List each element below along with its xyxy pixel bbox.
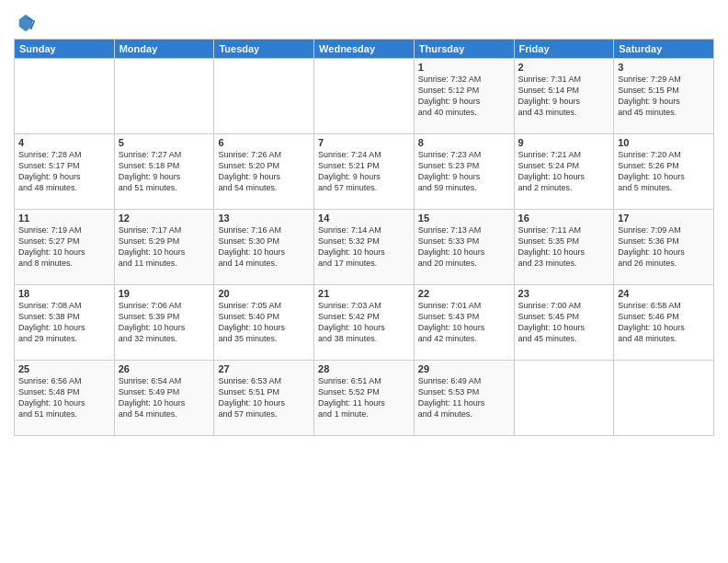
- day-info: Sunrise: 7:23 AM Sunset: 5:23 PM Dayligh…: [418, 149, 510, 194]
- calendar-row: 18Sunrise: 7:08 AM Sunset: 5:38 PM Dayli…: [15, 285, 714, 361]
- day-number: 10: [618, 137, 710, 148]
- calendar-row: 1Sunrise: 7:32 AM Sunset: 5:12 PM Daylig…: [15, 59, 714, 134]
- calendar-cell: 9Sunrise: 7:21 AM Sunset: 5:24 PM Daylig…: [514, 134, 614, 210]
- calendar-cell: 16Sunrise: 7:11 AM Sunset: 5:35 PM Dayli…: [514, 210, 614, 285]
- calendar-cell: 14Sunrise: 7:14 AM Sunset: 5:32 PM Dayli…: [314, 210, 415, 285]
- calendar-cell: 19Sunrise: 7:06 AM Sunset: 5:39 PM Dayli…: [114, 285, 214, 361]
- day-number: 8: [418, 137, 510, 148]
- day-info: Sunrise: 7:24 AM Sunset: 5:21 PM Dayligh…: [318, 149, 410, 194]
- day-number: 21: [318, 288, 410, 299]
- calendar-cell: 5Sunrise: 7:27 AM Sunset: 5:18 PM Daylig…: [114, 134, 214, 210]
- calendar-cell: 27Sunrise: 6:53 AM Sunset: 5:51 PM Dayli…: [214, 361, 314, 436]
- calendar-cell: [514, 361, 614, 436]
- day-number: 4: [18, 137, 110, 148]
- calendar-cell: 10Sunrise: 7:20 AM Sunset: 5:26 PM Dayli…: [614, 134, 714, 210]
- day-info: Sunrise: 7:11 AM Sunset: 5:35 PM Dayligh…: [518, 224, 610, 270]
- weekday-header-tuesday: Tuesday: [214, 40, 314, 59]
- calendar-row: 11Sunrise: 7:19 AM Sunset: 5:27 PM Dayli…: [15, 210, 714, 285]
- day-number: 20: [218, 288, 310, 299]
- calendar-cell: 24Sunrise: 6:58 AM Sunset: 5:46 PM Dayli…: [614, 285, 714, 361]
- logo: [14, 13, 36, 33]
- day-info: Sunrise: 7:08 AM Sunset: 5:38 PM Dayligh…: [18, 300, 110, 345]
- day-number: 17: [618, 213, 710, 224]
- day-number: 15: [418, 213, 510, 224]
- day-info: Sunrise: 6:58 AM Sunset: 5:46 PM Dayligh…: [618, 300, 710, 345]
- weekday-header-thursday: Thursday: [414, 40, 514, 59]
- calendar-cell: 15Sunrise: 7:13 AM Sunset: 5:33 PM Dayli…: [414, 210, 514, 285]
- calendar-cell: 18Sunrise: 7:08 AM Sunset: 5:38 PM Dayli…: [15, 285, 115, 361]
- page: SundayMondayTuesdayWednesdayThursdayFrid…: [0, 0, 728, 563]
- day-number: 18: [18, 288, 110, 299]
- day-number: 13: [218, 213, 310, 224]
- day-number: 5: [119, 137, 210, 148]
- day-info: Sunrise: 7:17 AM Sunset: 5:29 PM Dayligh…: [119, 224, 210, 270]
- day-info: Sunrise: 7:06 AM Sunset: 5:39 PM Dayligh…: [119, 300, 210, 345]
- calendar-cell: [15, 59, 115, 134]
- day-number: 19: [119, 288, 210, 299]
- day-number: 23: [518, 288, 610, 299]
- calendar-cell: 12Sunrise: 7:17 AM Sunset: 5:29 PM Dayli…: [114, 210, 214, 285]
- calendar-cell: 25Sunrise: 6:56 AM Sunset: 5:48 PM Dayli…: [15, 361, 115, 436]
- day-info: Sunrise: 6:54 AM Sunset: 5:49 PM Dayligh…: [119, 375, 210, 420]
- day-info: Sunrise: 6:56 AM Sunset: 5:48 PM Dayligh…: [18, 375, 110, 420]
- day-info: Sunrise: 7:19 AM Sunset: 5:27 PM Dayligh…: [18, 224, 110, 270]
- weekday-header-monday: Monday: [114, 40, 214, 59]
- calendar-row: 4Sunrise: 7:28 AM Sunset: 5:17 PM Daylig…: [15, 134, 714, 210]
- day-info: Sunrise: 7:00 AM Sunset: 5:45 PM Dayligh…: [518, 300, 610, 345]
- day-info: Sunrise: 7:32 AM Sunset: 5:12 PM Dayligh…: [418, 74, 510, 119]
- day-number: 12: [119, 213, 210, 224]
- day-number: 27: [218, 363, 310, 374]
- header: [14, 9, 714, 33]
- calendar-cell: 7Sunrise: 7:24 AM Sunset: 5:21 PM Daylig…: [314, 134, 415, 210]
- calendar-cell: 17Sunrise: 7:09 AM Sunset: 5:36 PM Dayli…: [614, 210, 714, 285]
- day-info: Sunrise: 7:26 AM Sunset: 5:20 PM Dayligh…: [218, 149, 310, 194]
- day-info: Sunrise: 7:28 AM Sunset: 5:17 PM Dayligh…: [18, 149, 110, 194]
- calendar-cell: 28Sunrise: 6:51 AM Sunset: 5:52 PM Dayli…: [314, 361, 415, 436]
- calendar-cell: 21Sunrise: 7:03 AM Sunset: 5:42 PM Dayli…: [314, 285, 415, 361]
- calendar-cell: 8Sunrise: 7:23 AM Sunset: 5:23 PM Daylig…: [414, 134, 514, 210]
- day-number: 3: [618, 62, 710, 73]
- calendar-cell: 23Sunrise: 7:00 AM Sunset: 5:45 PM Dayli…: [514, 285, 614, 361]
- weekday-header-sunday: Sunday: [15, 40, 115, 59]
- day-number: 11: [18, 213, 110, 224]
- calendar-cell: 11Sunrise: 7:19 AM Sunset: 5:27 PM Dayli…: [15, 210, 115, 285]
- calendar-row: 25Sunrise: 6:56 AM Sunset: 5:48 PM Dayli…: [15, 361, 714, 436]
- weekday-header-friday: Friday: [514, 40, 614, 59]
- day-number: 26: [119, 363, 210, 374]
- calendar-cell: [314, 59, 415, 134]
- day-info: Sunrise: 7:14 AM Sunset: 5:32 PM Dayligh…: [318, 224, 410, 270]
- day-info: Sunrise: 7:13 AM Sunset: 5:33 PM Dayligh…: [418, 224, 510, 270]
- day-number: 25: [18, 363, 110, 374]
- weekday-header-wednesday: Wednesday: [314, 40, 415, 59]
- calendar-table: SundayMondayTuesdayWednesdayThursdayFrid…: [14, 39, 714, 436]
- calendar-cell: 13Sunrise: 7:16 AM Sunset: 5:30 PM Dayli…: [214, 210, 314, 285]
- day-info: Sunrise: 7:21 AM Sunset: 5:24 PM Dayligh…: [518, 149, 610, 194]
- calendar-cell: [214, 59, 314, 134]
- day-info: Sunrise: 7:05 AM Sunset: 5:40 PM Dayligh…: [218, 300, 310, 345]
- day-number: 6: [218, 137, 310, 148]
- calendar-cell: 1Sunrise: 7:32 AM Sunset: 5:12 PM Daylig…: [414, 59, 514, 134]
- calendar-cell: 22Sunrise: 7:01 AM Sunset: 5:43 PM Dayli…: [414, 285, 514, 361]
- calendar-cell: 3Sunrise: 7:29 AM Sunset: 5:15 PM Daylig…: [614, 59, 714, 134]
- day-number: 9: [518, 137, 610, 148]
- day-number: 28: [318, 363, 410, 374]
- day-info: Sunrise: 7:03 AM Sunset: 5:42 PM Dayligh…: [318, 300, 410, 345]
- calendar-cell: 6Sunrise: 7:26 AM Sunset: 5:20 PM Daylig…: [214, 134, 314, 210]
- calendar-cell: 4Sunrise: 7:28 AM Sunset: 5:17 PM Daylig…: [15, 134, 115, 210]
- logo-icon: [16, 13, 36, 33]
- day-info: Sunrise: 6:49 AM Sunset: 5:53 PM Dayligh…: [418, 375, 510, 420]
- day-info: Sunrise: 6:53 AM Sunset: 5:51 PM Dayligh…: [218, 375, 310, 420]
- day-info: Sunrise: 7:01 AM Sunset: 5:43 PM Dayligh…: [418, 300, 510, 345]
- day-number: 14: [318, 213, 410, 224]
- day-number: 1: [418, 62, 510, 73]
- weekday-header-row: SundayMondayTuesdayWednesdayThursdayFrid…: [15, 40, 714, 59]
- day-number: 24: [618, 288, 710, 299]
- day-info: Sunrise: 7:09 AM Sunset: 5:36 PM Dayligh…: [618, 224, 710, 270]
- day-number: 22: [418, 288, 510, 299]
- day-info: Sunrise: 7:27 AM Sunset: 5:18 PM Dayligh…: [119, 149, 210, 194]
- calendar-cell: 26Sunrise: 6:54 AM Sunset: 5:49 PM Dayli…: [114, 361, 214, 436]
- day-info: Sunrise: 7:16 AM Sunset: 5:30 PM Dayligh…: [218, 224, 310, 270]
- weekday-header-saturday: Saturday: [614, 40, 714, 59]
- day-number: 29: [418, 363, 510, 374]
- day-number: 16: [518, 213, 610, 224]
